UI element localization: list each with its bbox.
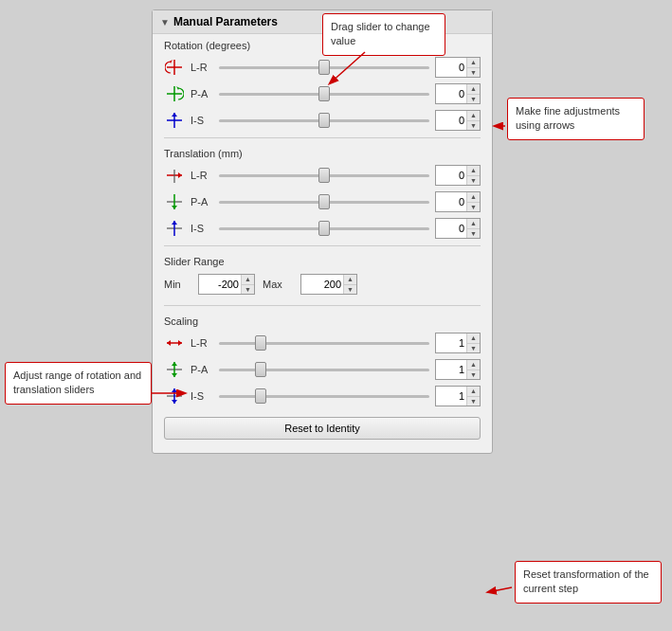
max-label: Max	[263, 279, 293, 290]
rotation-pa-spinbox[interactable]: ▲ ▼	[435, 83, 481, 104]
svg-marker-2	[170, 60, 173, 63]
translation-is-down[interactable]: ▼	[467, 229, 480, 239]
translation-lr-icon	[164, 165, 185, 186]
svg-marker-20	[167, 340, 171, 346]
translation-is-label: I-S	[191, 223, 213, 234]
translation-lr-row: L-R ▲ ▼	[153, 162, 492, 189]
translation-pa-down[interactable]: ▼	[467, 203, 480, 212]
svg-marker-5	[176, 86, 179, 90]
translation-pa-label: P-A	[191, 196, 213, 207]
scaling-is-slider[interactable]	[219, 388, 429, 404]
slider-range-label: Slider Range	[164, 254, 481, 271]
svg-marker-10	[178, 172, 182, 178]
range-row: Min ▲ ▼ Max ▲ ▼	[164, 271, 481, 297]
scaling-section-label: Scaling	[153, 310, 492, 330]
min-down[interactable]: ▼	[242, 285, 254, 295]
max-up[interactable]: ▲	[344, 275, 356, 285]
rotation-pa-slider[interactable]	[219, 86, 429, 101]
rotation-is-slider[interactable]	[219, 113, 429, 128]
rotation-lr-label: L-R	[191, 62, 213, 73]
divider-1	[164, 137, 481, 138]
translation-pa-up[interactable]: ▲	[467, 192, 480, 203]
translation-pa-spinbox[interactable]: ▲ ▼	[435, 191, 481, 212]
rotation-lr-up[interactable]: ▲	[467, 58, 480, 68]
scaling-lr-spinbox[interactable]: ▲ ▼	[435, 333, 481, 353]
translation-is-row: I-S ▲ ▼	[153, 215, 492, 242]
slider-range-section: Slider Range Min ▲ ▼ Max ▲ ▼	[153, 250, 492, 301]
min-input[interactable]	[199, 275, 241, 294]
translation-is-up[interactable]: ▲	[467, 219, 480, 229]
drag-slider-tooltip: Drag slider to change value	[322, 13, 445, 56]
translation-is-slider[interactable]	[219, 221, 429, 236]
divider-3	[164, 305, 481, 306]
translation-lr-down[interactable]: ▼	[467, 176, 480, 186]
max-input[interactable]	[301, 275, 343, 294]
translation-lr-slider[interactable]	[219, 168, 429, 183]
panel-title: Manual Parameters	[173, 15, 278, 28]
rotation-pa-up[interactable]: ▲	[467, 84, 480, 95]
min-spinbox[interactable]: ▲ ▼	[198, 274, 255, 295]
rotation-is-spinbox[interactable]: ▲ ▼	[435, 110, 481, 131]
scaling-pa-down[interactable]: ▼	[467, 370, 480, 380]
rotation-lr-spinbox[interactable]: ▲ ▼	[435, 57, 481, 78]
scaling-pa-icon	[164, 359, 185, 380]
rotation-is-input[interactable]	[436, 111, 466, 130]
translation-pa-input[interactable]	[436, 192, 466, 211]
translation-pa-icon	[164, 191, 185, 212]
rotation-lr-row: L-R ▲ ▼	[153, 54, 492, 81]
translation-lr-input[interactable]	[436, 166, 466, 185]
scaling-pa-input[interactable]	[436, 360, 466, 379]
rotation-pa-input[interactable]	[436, 84, 466, 103]
svg-marker-27	[172, 388, 177, 392]
rotation-lr-down[interactable]: ▼	[467, 68, 480, 78]
max-spinbox[interactable]: ▲ ▼	[300, 274, 357, 295]
scaling-pa-label: P-A	[191, 364, 213, 375]
translation-is-icon	[164, 218, 185, 239]
rotation-is-up[interactable]: ▲	[467, 111, 480, 121]
scaling-is-input[interactable]	[436, 387, 466, 406]
scaling-pa-up[interactable]: ▲	[467, 360, 480, 370]
scaling-is-label: I-S	[191, 390, 213, 402]
rotation-pa-icon	[164, 83, 185, 104]
scaling-pa-spinbox[interactable]: ▲ ▼	[435, 359, 481, 380]
scaling-is-down[interactable]: ▼	[467, 397, 480, 406]
translation-lr-up[interactable]: ▲	[467, 166, 480, 176]
rotation-pa-row: P-A ▲ ▼	[153, 81, 492, 107]
svg-marker-28	[172, 400, 177, 404]
translation-pa-slider[interactable]	[219, 194, 429, 209]
scaling-lr-slider[interactable]	[219, 335, 429, 351]
fine-adjust-tooltip: Make fine adjustments using arrows	[507, 98, 645, 140]
translation-is-spinbox[interactable]: ▲ ▼	[435, 218, 481, 239]
scaling-lr-down[interactable]: ▼	[467, 344, 480, 353]
rotation-is-down[interactable]: ▼	[467, 121, 480, 131]
collapse-icon[interactable]: ▼	[160, 17, 170, 27]
rotation-lr-input[interactable]	[436, 58, 466, 77]
manual-parameters-panel: ▼ Manual Parameters Rotation (degrees) L…	[152, 9, 493, 454]
min-up[interactable]: ▲	[242, 275, 254, 285]
rotation-pa-label: P-A	[191, 88, 213, 99]
svg-marker-24	[172, 373, 177, 377]
svg-marker-19	[178, 340, 182, 346]
max-down[interactable]: ▼	[344, 285, 356, 295]
reset-transform-tooltip: Reset transformation of the current step	[515, 561, 662, 604]
translation-is-input[interactable]	[436, 219, 466, 238]
scaling-is-row: I-S ▲ ▼	[153, 383, 492, 409]
translation-lr-spinbox[interactable]: ▲ ▼	[435, 165, 481, 186]
scaling-pa-row: P-A ▲ ▼	[153, 356, 492, 383]
translation-section-label: Translation (mm)	[153, 142, 492, 162]
translation-lr-label: L-R	[191, 170, 213, 181]
divider-2	[164, 245, 481, 246]
scaling-is-spinbox[interactable]: ▲ ▼	[435, 386, 481, 406]
scaling-lr-input[interactable]	[436, 334, 466, 352]
reset-button[interactable]: Reset to Identity	[164, 417, 481, 440]
rotation-is-label: I-S	[191, 115, 213, 126]
scaling-pa-slider[interactable]	[219, 362, 429, 377]
scaling-lr-up[interactable]: ▲	[467, 334, 480, 344]
rotation-pa-down[interactable]: ▼	[467, 95, 480, 104]
scaling-is-up[interactable]: ▲	[467, 387, 480, 397]
svg-line-33	[488, 587, 512, 592]
min-label: Min	[164, 279, 191, 290]
rotation-lr-slider[interactable]	[219, 60, 429, 75]
scaling-lr-row: L-R ▲ ▼	[153, 330, 492, 356]
svg-marker-23	[172, 362, 177, 366]
